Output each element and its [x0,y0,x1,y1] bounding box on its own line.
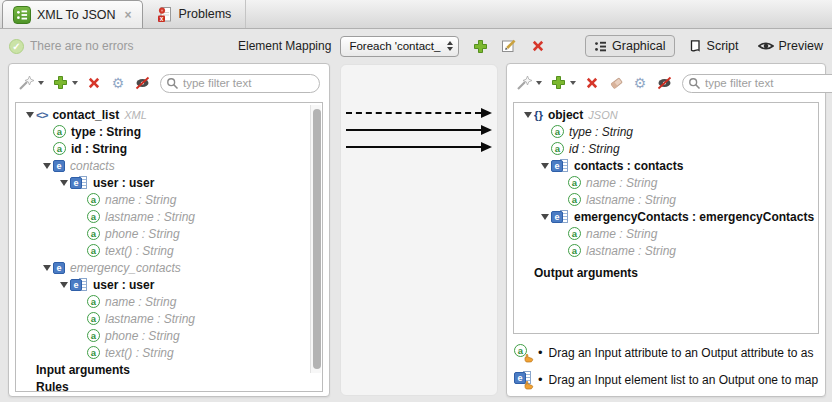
hint-text: Drag an Input attribute to an Output att… [549,346,814,360]
tree-node[interactable]: {}objectJSON [514,106,818,123]
tree-node[interactable]: aname : String [514,174,818,191]
tree-node[interactable]: aname : String [16,293,322,310]
dropdown-caret-icon[interactable] [38,81,44,85]
graphical-icon [594,40,607,53]
plus-icon [53,75,68,90]
edit-mapping-button[interactable] [501,38,517,54]
node-label: object [548,108,583,122]
output-tree: {}objectJSONatype : Stringaid : Stringec… [513,102,819,334]
node-label: Output arguments [534,266,638,280]
delete-node-button[interactable] [584,75,600,91]
editor-tabbar: XML To JSON × x Problems [0,0,832,29]
tree-node[interactable]: Rules [16,378,322,392]
element-mapping-label: Element Mapping [238,39,331,53]
node-label: text() : String [105,244,174,258]
drag-hints: a • Drag an Input attribute to an Output… [514,338,825,394]
node-label: name : String [105,193,176,207]
mapping-arrow-solid[interactable] [346,129,481,131]
hide-unmapped-button[interactable] [134,75,150,91]
expander-icon[interactable] [41,163,53,169]
tree-node[interactable]: atext() : String [16,344,322,361]
mapping-arrow-solid[interactable] [346,146,481,148]
preview-view-button[interactable]: Preview [752,36,829,56]
graphical-view-button[interactable]: Graphical [585,35,675,57]
tree-node[interactable]: eemergencyContacts : emergencyContacts [514,208,818,225]
delete-mapping-button[interactable] [530,38,546,54]
attr-icon: a [568,227,581,240]
mapping-arrow-dashed[interactable] [346,112,481,114]
input-filter-field[interactable] [160,74,320,93]
tree-node[interactable]: atype : String [514,123,818,140]
tree-node[interactable]: aid : String [514,140,818,157]
tree-node[interactable]: aphone : String [16,327,322,344]
tree-node[interactable]: Output arguments [514,264,818,281]
dropdown-caret-icon[interactable] [536,81,542,85]
mapping-canvas [340,64,498,396]
attr-icon: a [551,142,564,155]
node-label: emergency_contacts [70,261,181,275]
tree-node[interactable]: euser : user [16,174,322,191]
attr-icon: a [53,142,66,155]
tree-node[interactable]: alastname : String [514,242,818,259]
dropdown-caret-icon[interactable] [72,81,78,85]
tree-node[interactable]: euser : user [16,276,322,293]
tree-node[interactable]: <>contact_listXML [16,106,322,123]
tree-node[interactable]: econtacts : contacts [514,157,818,174]
tree-node[interactable]: Input arguments [16,361,322,378]
tree-node[interactable]: atext() : String [16,242,322,259]
red-x-icon [531,39,545,53]
node-label: emergencyContacts : emergencyContacts [574,210,814,224]
element-mapping-select[interactable]: Foreach 'contact_ [340,36,459,57]
expander-icon[interactable] [58,282,70,288]
plus-icon [551,75,566,90]
properties-button[interactable]: ⚙ [110,75,126,91]
tree-node[interactable]: aname : String [16,191,322,208]
add-mapping-button[interactable] [472,38,488,54]
node-label: Input arguments [36,363,130,377]
node-label: lastname : String [586,244,676,258]
node-type-suffix: XML [124,109,147,121]
input-tree-rows: <>contact_listXMLatype : Stringaid : Str… [16,106,322,392]
properties-button[interactable]: ⚙ [632,75,648,91]
node-label: name : String [105,295,176,309]
datamapper-window: { "tabs": { "active": { "label": "XML To… [0,0,832,402]
attribute-drag-icon: a [514,344,532,361]
tree-node[interactable]: alastname : String [16,208,322,225]
expander-icon[interactable] [539,163,551,169]
input-tree-scrollbar[interactable] [310,105,321,373]
tree-node[interactable]: atype : String [16,123,322,140]
auto-map-button[interactable] [516,75,532,91]
expander-icon[interactable] [539,214,551,220]
gear-icon: ⚙ [634,76,647,90]
clear-mappings-button[interactable] [608,75,624,91]
view-btn-label: Preview [779,39,823,53]
expander-icon[interactable] [24,112,36,118]
tree-node[interactable]: alastname : String [514,191,818,208]
gear-icon: ⚙ [112,76,125,90]
output-filter-field[interactable] [682,74,832,93]
script-view-button[interactable]: Script [682,36,745,57]
add-node-button[interactable] [52,75,68,91]
expander-icon[interactable] [522,112,534,118]
tab-problems[interactable]: x Problems [143,0,247,28]
tree-node[interactable]: aname : String [514,225,818,242]
hide-unmapped-button[interactable] [656,75,672,91]
scrollbar-thumb[interactable] [313,109,321,369]
output-tree-rows: {}objectJSONatype : Stringaid : Stringec… [514,106,818,281]
expander-icon[interactable] [41,265,53,271]
tree-node[interactable]: aid : String [16,140,322,157]
auto-map-button[interactable] [18,75,34,91]
tree-node[interactable]: eemergency_contacts [16,259,322,276]
add-node-button[interactable] [550,75,566,91]
delete-node-button[interactable] [86,75,102,91]
expander-icon[interactable] [58,180,70,186]
tree-node[interactable]: aphone : String [16,225,322,242]
tree-node[interactable]: alastname : String [16,310,322,327]
tree-node[interactable]: econtacts [16,157,322,174]
close-icon[interactable]: × [125,8,132,22]
magic-wand-icon [18,75,34,91]
tab-label: XML To JSON [37,8,116,22]
dropdown-caret-icon[interactable] [570,81,576,85]
tab-xml-to-json[interactable]: XML To JSON × [2,0,143,28]
node-label: lastname : String [586,193,676,207]
